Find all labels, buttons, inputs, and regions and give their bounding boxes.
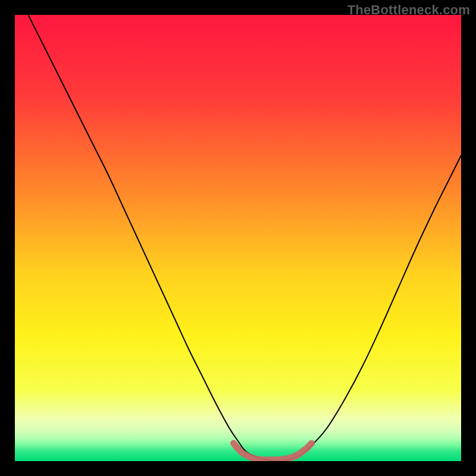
watermark-text: TheBottleneck.com	[347, 2, 470, 18]
gradient-background	[15, 15, 461, 461]
chart-frame: TheBottleneck.com	[0, 0, 476, 476]
chart-svg	[15, 15, 461, 461]
plot-area	[15, 15, 461, 461]
